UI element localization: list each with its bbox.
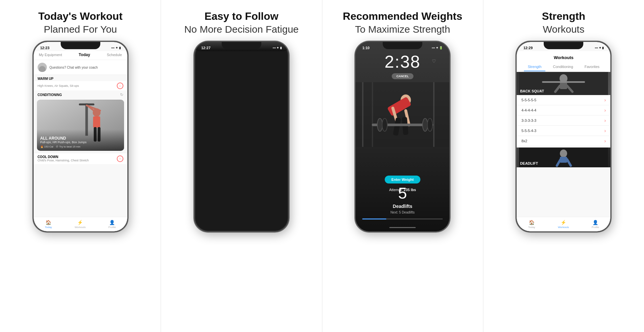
panel-recommended-weights: Recommended Weights To Maximize Strength… [322, 0, 483, 332]
profile-icon: 👤 [109, 220, 115, 225]
list-item-3[interactable]: 5-5-5-4-3 › [517, 126, 610, 136]
tab-favorites[interactable]: Favorites [581, 63, 603, 71]
nav-equipment[interactable]: My Equipment [39, 53, 62, 57]
today-icon: 🏠 [46, 220, 51, 225]
panel-strength: Strength Workouts 12:29 ▪▪▪ ✦ ▮ Workouts… [483, 0, 644, 332]
svg-rect-45 [542, 81, 585, 83]
workout-tabs: Strength Conditioning Favorites [522, 63, 605, 72]
phone1-nav: My Equipment Today Schedule [34, 51, 127, 60]
warm-up-label: WARM UP [38, 77, 53, 81]
warm-up-row[interactable]: High Knees, Air Squats, Sit-ups › [34, 81, 127, 90]
phone4-screen: 12:29 ▪▪▪ ✦ ▮ Workouts Strength Conditio… [517, 42, 610, 231]
time-goal: ⏱ Try to beat 15 min [56, 145, 80, 148]
svg-rect-28 [433, 82, 435, 147]
workout-card[interactable]: ALL AROUND Pull-ups, HR Push-ups, Box Ju… [37, 100, 124, 151]
tab-today-label: Today [45, 226, 52, 229]
time-4: 12:29 [523, 46, 532, 50]
chevron-0[interactable]: › [604, 97, 606, 103]
svg-rect-27 [372, 82, 373, 147]
list-item-1[interactable]: 4-4-4-4-4 › [517, 105, 610, 116]
heart-icon: ♡ [432, 58, 436, 64]
cool-down-left: COOL DOWN Child's Pose, Hamstring, Chest… [38, 155, 89, 162]
tab-conditioning[interactable]: Conditioning [549, 63, 577, 71]
tab-workouts-4[interactable]: ⚡ Workouts [558, 220, 569, 229]
time-1: 12:23 [40, 46, 49, 50]
panel4-subtitle: Workouts [543, 24, 584, 35]
tab-today-4[interactable]: 🏠 Today [528, 220, 535, 229]
exercise-next-3: Next: 5 Deadlifts [356, 211, 449, 214]
today-icon-4: 🏠 [529, 220, 534, 225]
panel1-title: Today's Workout [38, 10, 122, 22]
wifi-icon-2: ▪▪▪ ✦ ▮ [273, 46, 282, 50]
workouts-icon-4: ⚡ [561, 220, 566, 225]
tab-profile-label: Profile [109, 226, 116, 229]
svg-rect-25 [356, 82, 449, 147]
cool-down-row[interactable]: COOL DOWN Child's Pose, Hamstring, Chest… [34, 153, 127, 164]
panel2-subtitle: No More Decision Fatigue [184, 24, 299, 35]
progress-bar-3 [362, 218, 443, 219]
card-desc: Pull-ups, HR Push-ups, Box Jumps [40, 141, 121, 144]
panel2-title: Easy to Follow [205, 10, 278, 22]
nav-today[interactable]: Today [79, 52, 90, 57]
signal-icon-3: ▪▪▪ ✦ 🔋 [432, 46, 443, 50]
workouts-icon: ⚡ [77, 220, 83, 225]
conditioning-section: CONDITIONING ↻ [34, 90, 127, 98]
status-bar-4: 12:29 ▪▪▪ ✦ ▮ [517, 42, 610, 51]
person-deadlift [356, 82, 449, 148]
chevron-4[interactable]: › [604, 138, 606, 144]
chevron-1[interactable]: › [604, 108, 606, 113]
status-icons-3: ▪▪▪ ✦ 🔋 [432, 46, 443, 50]
status-icons-1: ▪▪▪ ✦ ▮ [111, 46, 121, 50]
exercise-label-3: 5-5-5-4-3 [521, 129, 536, 133]
svg-point-36 [377, 118, 383, 131]
exercise-label-1: 4-4-4-4-4 [521, 108, 536, 112]
enter-weight-btn[interactable]: Enter Weight [385, 176, 420, 183]
time-3: 1:10 [362, 46, 370, 50]
back-squat-img: BACK SQUAT [517, 72, 610, 95]
profile-icon-4: 👤 [593, 220, 598, 225]
warm-up-arrow[interactable]: › [117, 83, 123, 89]
warm-up-section: WARM UP [34, 75, 127, 81]
phone2-screen: 12:27 ▪▪▪ ✦ ▮ 0:09 CANCEL [195, 42, 288, 51]
panel-easy-follow: Easy to Follow No More Decision Fatigue … [161, 0, 322, 332]
wifi-icon: ✦ [115, 46, 118, 50]
tab-workouts[interactable]: ⚡ Workouts [75, 220, 86, 229]
tab-profile[interactable]: 👤 Profile [109, 220, 116, 229]
svg-rect-26 [362, 82, 364, 147]
tab-profile-4[interactable]: 👤 Profile [592, 220, 599, 229]
phone4-tabbar: 🏠 Today ⚡ Workouts 👤 Profile [517, 217, 610, 231]
coach-avatar [38, 63, 47, 72]
card-title: ALL AROUND [40, 136, 121, 141]
warm-up-sub: High Knees, Air Squats, Sit-ups [38, 84, 79, 87]
svg-rect-5 [93, 116, 100, 128]
cancel-btn-3[interactable]: CANCEL [392, 73, 413, 79]
nav-schedule[interactable]: Schedule [107, 53, 122, 57]
chat-banner[interactable]: Questions? Chat with your coach [34, 60, 127, 75]
panel4-title: Strength [542, 10, 586, 22]
exercise-label-2: 3-3-3-3-3 [521, 118, 536, 122]
phone2: 12:27 ▪▪▪ ✦ ▮ 0:09 CANCEL [194, 41, 289, 232]
refresh-icon[interactable]: ↻ [120, 92, 123, 97]
cool-down-arrow[interactable]: › [117, 155, 123, 162]
deadlift-img: DEADLIFT [517, 148, 610, 167]
list-item-2[interactable]: 3-3-3-3-3 › [517, 116, 610, 126]
tab-strength[interactable]: Strength [524, 63, 546, 71]
exercise-label-4: 8x2 [521, 139, 527, 143]
tab-workouts-label: Workouts [75, 226, 86, 229]
svg-point-38 [423, 118, 428, 131]
status-bar-3: 1:10 ▪▪▪ ✦ 🔋 [356, 42, 449, 51]
exercise-name-3: Deadlifts [356, 204, 449, 209]
reps-count: 5 [356, 184, 449, 202]
conditioning-label: CONDITIONING [38, 93, 62, 97]
phone3: 1:10 ▪▪▪ ✦ 🔋 2:38 ♡ CANCEL [355, 41, 450, 232]
list-item-4[interactable]: 8x2 › [517, 136, 610, 146]
chevron-2[interactable]: › [604, 118, 606, 123]
phone3-screen: 1:10 ▪▪▪ ✦ 🔋 2:38 ♡ CANCEL [356, 42, 449, 231]
panel3-subtitle: To Maximize Strength [355, 24, 450, 35]
panel3-title: Recommended Weights [343, 10, 462, 22]
phone1-tabbar: 🏠 Today ⚡ Workouts 👤 Profile [34, 217, 127, 231]
chevron-3[interactable]: › [604, 128, 606, 133]
back-squat-label: BACK SQUAT [520, 89, 544, 93]
list-item-0[interactable]: 5-5-5-5-5 › [517, 95, 610, 105]
tab-today[interactable]: 🏠 Today [45, 220, 52, 229]
